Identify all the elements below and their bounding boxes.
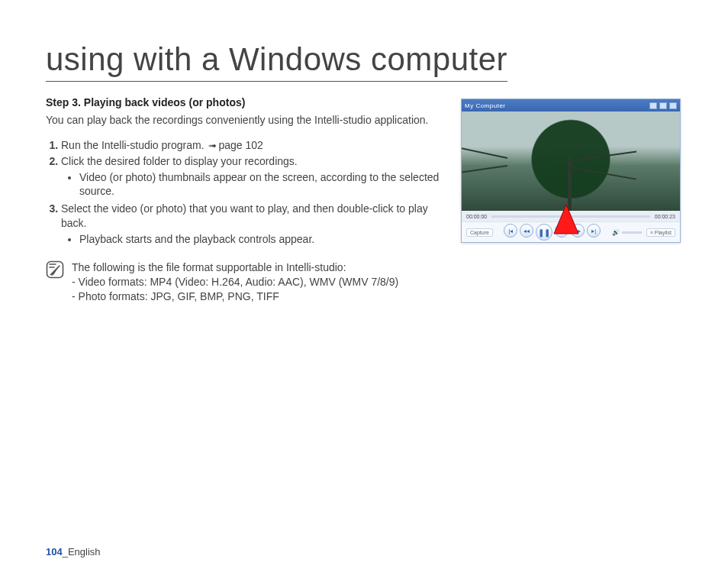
minimize-icon[interactable]: [649, 102, 657, 109]
window-controls: [649, 102, 677, 109]
step-1-ref: page 102: [218, 139, 263, 151]
note-video-formats: - Video formats: MP4 (Video: H.264, Audi…: [72, 275, 398, 289]
time-elapsed: 00:00:00: [466, 214, 487, 219]
transport-controls: |◂ ◂◂ ❚❚ ■ ▸▸ ▸|: [504, 224, 601, 241]
note-text: The following is the file format support…: [72, 260, 398, 304]
step-2-sub: Video (or photo) thumbnails appear on th…: [61, 170, 447, 199]
step-3-sub-item: Playback starts and the playback control…: [79, 232, 447, 247]
page-footer: 104_English: [46, 546, 101, 558]
page-title: using with a Windows computer: [46, 41, 507, 82]
footer-sep: _: [63, 546, 68, 558]
step-3-text: Select the video (or photo) that you wan…: [61, 202, 428, 229]
step-3-sub: Playback starts and the playback control…: [61, 232, 447, 247]
note-icon: [46, 260, 64, 279]
step-3: Select the video (or photo) that you wan…: [61, 202, 447, 247]
volume-control: 🔊: [612, 229, 642, 236]
manual-page: using with a Windows computer Step 3. Pl…: [0, 0, 728, 585]
figure-column: My Computer 00:00:00: [461, 95, 682, 243]
step-2-sub-item: Video (or photo) thumbnails appear on th…: [79, 170, 447, 199]
note-lead: The following is the file format support…: [72, 260, 398, 275]
step-heading: Step 3. Playing back videos (or photos): [46, 95, 447, 110]
step-list: Run the Intelli-studio program. ➟page 10…: [46, 138, 447, 247]
playlist-label: Playlist: [655, 230, 672, 235]
seek-bar[interactable]: [491, 215, 650, 218]
stop-icon[interactable]: ■: [555, 224, 569, 238]
forward-icon[interactable]: ▸▸: [571, 224, 585, 238]
controls-row: Capture |◂ ◂◂ ❚❚ ■ ▸▸ ▸| 🔊 ≡: [462, 221, 680, 242]
capture-button[interactable]: Capture: [466, 228, 493, 237]
skip-start-icon[interactable]: |◂: [504, 224, 517, 238]
step-1: Run the Intelli-studio program. ➟page 10…: [61, 138, 447, 153]
step-2: Click the desired folder to display your…: [61, 154, 447, 199]
play-pause-icon[interactable]: ❚❚: [536, 224, 552, 241]
media-player-window: My Computer 00:00:00: [461, 99, 681, 243]
speaker-icon[interactable]: 🔊: [612, 229, 620, 236]
instruction-column: Step 3. Playing back videos (or photos) …: [46, 95, 461, 304]
time-total: 00:00:23: [655, 214, 675, 219]
skip-end-icon[interactable]: ▸|: [587, 224, 601, 238]
step-1-text: Run the Intelli-studio program.: [61, 139, 207, 151]
maximize-icon[interactable]: [659, 102, 667, 109]
video-area: [462, 112, 680, 211]
note-photo-formats: - Photo formats: JPG, GIF, BMP, PNG, TIF…: [72, 289, 398, 304]
playlist-icon: ≡: [650, 230, 653, 235]
content-row: Step 3. Playing back videos (or photos) …: [46, 95, 682, 304]
note-block: The following is the file format support…: [46, 260, 447, 304]
close-icon[interactable]: [669, 102, 677, 109]
step-2-text: Click the desired folder to display your…: [61, 155, 298, 167]
reference-arrow-icon: ➟: [207, 139, 218, 153]
page-number: 104: [46, 546, 63, 558]
volume-slider[interactable]: [622, 231, 642, 234]
player-window-title: My Computer: [465, 102, 506, 109]
footer-language: English: [68, 546, 101, 558]
seek-row: 00:00:00 00:00:23: [462, 211, 680, 221]
rewind-icon[interactable]: ◂◂: [520, 224, 533, 238]
player-titlebar: My Computer: [462, 99, 680, 112]
intro-text: You can play back the recordings conveni…: [46, 113, 447, 128]
playlist-button[interactable]: ≡ Playlist: [646, 228, 675, 237]
